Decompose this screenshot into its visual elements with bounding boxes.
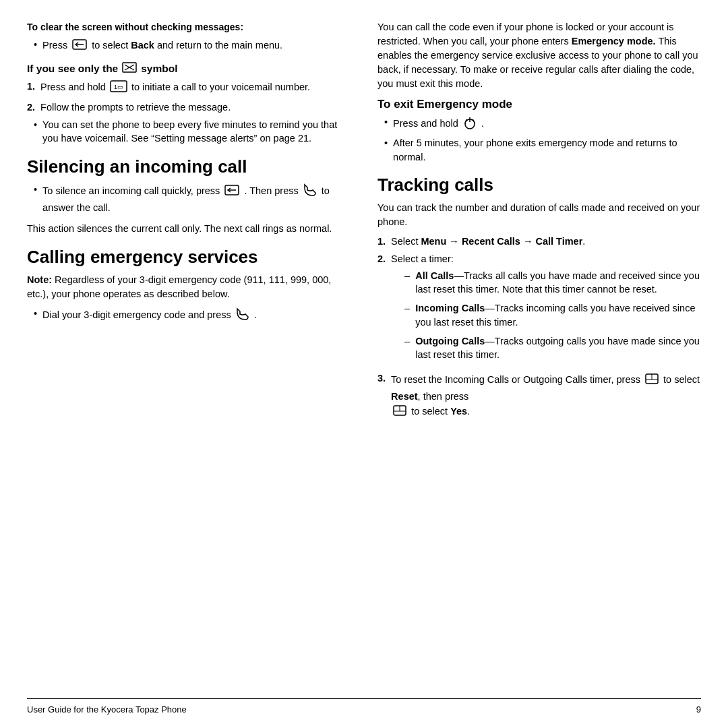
back-icon — [71, 38, 88, 55]
tracking-step3: To reset the Incoming Calls or Outgoing … — [377, 371, 701, 422]
voicemail-bullet-list: You can set the phone to beep every five… — [27, 118, 351, 146]
silencing-note: This action silences the current call on… — [27, 222, 351, 236]
timer-types: All Calls—Tracks all calls you have made… — [391, 269, 701, 362]
press-back-item: Press to select Back and return to the m… — [27, 38, 351, 55]
silencing-list: To silence an incoming call quickly, pre… — [27, 183, 351, 215]
answer-icon — [303, 183, 317, 201]
tracking-step1-content: Select Menu → Recent Calls → Call Timer. — [391, 235, 585, 248]
clear-screen-list: Press to select Back and return to the m… — [27, 38, 351, 55]
voicemail-step2: Follow the prompts to retrieve the messa… — [27, 100, 351, 114]
incoming-calls-content: Incoming Calls—Tracks incoming calls you… — [415, 301, 701, 329]
dial-content: Dial your 3-digit emergency code and pre… — [42, 307, 257, 325]
all-calls-content: All Calls—Tracks all calls you have made… — [415, 269, 701, 297]
svg-text:1▭: 1▭ — [114, 84, 123, 90]
tracking-step2: Select a timer: All Calls—Tracks all cal… — [377, 252, 701, 367]
right-intro: You can call the code even if your phone… — [377, 20, 701, 91]
press-label: Press to select Back and return to the m… — [42, 38, 282, 55]
incoming-calls-item: Incoming Calls—Tracks incoming calls you… — [404, 301, 701, 329]
exit-bullet1-content: Press and hold . — [393, 115, 484, 133]
voicemail-step1: Press and hold 1▭ to initiate a call to … — [27, 80, 351, 96]
softkey-right-icon — [392, 403, 407, 421]
all-calls-item: All Calls—Tracks all calls you have made… — [404, 269, 701, 297]
tracking-step3-content: To reset the Incoming Calls or Outgoing … — [391, 371, 701, 422]
dial-list: Dial your 3-digit emergency code and pre… — [27, 307, 351, 325]
send-icon — [235, 307, 250, 325]
tracking-steps: Select Menu → Recent Calls → Call Timer.… — [377, 235, 701, 421]
back-icon-2 — [224, 183, 240, 200]
silencing-item: To silence an incoming call quickly, pre… — [27, 183, 351, 215]
footer-right: 9 — [696, 704, 701, 715]
page: To clear the screen without checking mes… — [0, 0, 728, 728]
tracking-step2-content: Select a timer: All Calls—Tracks all cal… — [391, 252, 701, 367]
voicemail-step1-content: Press and hold 1▭ to initiate a call to … — [40, 80, 310, 96]
exit-list: Press and hold . After 5 — [377, 115, 701, 164]
outgoing-calls-item: Outgoing Calls—Tracks outgoing calls you… — [404, 334, 701, 362]
if-symbol-heading: If you see only the symbol — [27, 62, 351, 75]
dial-item: Dial your 3-digit emergency code and pre… — [27, 307, 351, 325]
power-icon — [462, 115, 477, 133]
clear-screen-heading: To clear the screen without checking mes… — [27, 20, 351, 34]
tracking-heading: Tracking calls — [377, 175, 701, 195]
tracking-intro: You can track the number and duration of… — [377, 201, 701, 229]
footer: User Guide for the Kyocera Topaz Phone 9 — [27, 698, 701, 715]
softkey-left-icon — [644, 371, 659, 390]
footer-left: User Guide for the Kyocera Topaz Phone — [27, 704, 187, 715]
silencing-content: To silence an incoming call quickly, pre… — [42, 183, 351, 215]
voicemail-key-icon: 1▭ — [110, 80, 127, 96]
exit-bullet2: After 5 minutes, your phone exits emerge… — [377, 136, 701, 164]
voicemail-list: Press and hold 1▭ to initiate a call to … — [27, 80, 351, 115]
left-column: To clear the screen without checking mes… — [27, 20, 351, 692]
calling-heading: Calling emergency services — [27, 247, 351, 268]
content-area: To clear the screen without checking mes… — [27, 20, 701, 692]
right-column: You can call the code even if your phone… — [377, 20, 701, 692]
silencing-heading: Silencing an incoming call — [27, 156, 351, 177]
tracking-step1: Select Menu → Recent Calls → Call Timer. — [377, 235, 701, 248]
exit-heading: To exit Emergency mode — [377, 98, 701, 111]
exit-bullet1: Press and hold . — [377, 115, 701, 133]
envelope-x-icon — [122, 62, 137, 75]
outgoing-calls-content: Outgoing Calls—Tracks outgoing calls you… — [415, 334, 701, 362]
voicemail-beep-item: You can set the phone to beep every five… — [27, 118, 351, 146]
calling-note: Note: Regardless of your 3-digit emergen… — [27, 273, 351, 301]
